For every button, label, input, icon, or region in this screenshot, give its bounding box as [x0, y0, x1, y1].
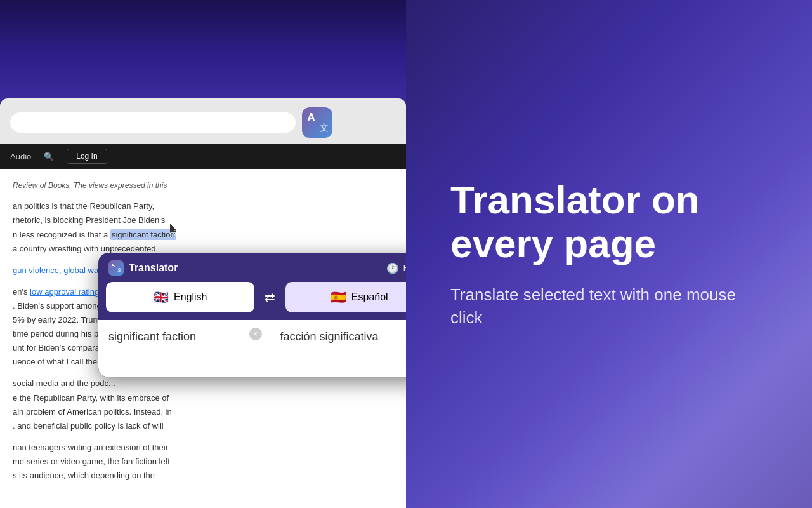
source-text-input[interactable]: significant faction	[108, 330, 259, 344]
history-label: History	[403, 263, 406, 273]
target-language-label: Español	[351, 291, 388, 303]
article-p4: social media and the podc...e the Republ…	[13, 377, 393, 432]
browser-chrome	[0, 98, 406, 147]
headline-line2: every page	[450, 222, 656, 265]
nav-search-icon[interactable]: 🔍	[44, 152, 54, 161]
subheadline: Translate selected text with one mouse c…	[450, 283, 768, 330]
article-p1: an politics is that the Republican Party…	[13, 199, 393, 255]
source-text-area: significant faction ×	[98, 320, 270, 377]
article-p5: nan teenagers writing an extension of th…	[13, 441, 393, 483]
source-language-button[interactable]: 🇬🇧 English	[106, 282, 254, 312]
source-language-label: English	[174, 291, 207, 303]
history-icon: 🕐	[386, 262, 399, 274]
popup-header: A 文 Translator 🕐 History	[98, 253, 406, 282]
translation-area: significant faction × facción significat…	[98, 320, 406, 377]
nav-login-button[interactable]: Log In	[67, 149, 107, 164]
translated-text: facción significativa	[280, 330, 407, 344]
headline-line1: Translator on	[450, 178, 700, 222]
mouse-cursor	[170, 224, 178, 235]
left-panel: Audio 🔍 Log In Review of Books. The view…	[0, 0, 406, 508]
target-flag: 🇪🇸	[331, 290, 346, 305]
popup-title-label: Translator	[129, 262, 178, 274]
swap-languages-button[interactable]: ⇄	[261, 287, 279, 307]
translator-popup: A 文 Translator 🕐 History 🇬🇧 English ⇄ 🇪🇸	[98, 253, 406, 377]
target-text-area: facción significativa 📋	[270, 320, 407, 377]
link-approval[interactable]: low approval ratings,	[30, 287, 105, 297]
address-bar[interactable]	[10, 112, 296, 133]
article-italic: Review of Books. The views expressed in …	[13, 179, 393, 192]
highlighted-phrase: significant faction	[110, 229, 176, 240]
clear-button[interactable]: ×	[249, 328, 262, 340]
translator-app-icon[interactable]	[302, 107, 332, 138]
source-flag: 🇬🇧	[153, 290, 169, 305]
bg-gradient	[0, 0, 406, 114]
popup-app-icon: A 文	[108, 260, 124, 276]
history-button[interactable]: 🕐 History	[386, 262, 406, 274]
nav-bar: Audio 🔍 Log In	[0, 144, 406, 169]
link-gun-violence[interactable]: gun violence, global warm	[13, 265, 108, 275]
popup-title: A 文 Translator	[108, 260, 178, 276]
right-panel: Translator on every page Translate selec…	[406, 0, 812, 508]
language-selector-row: 🇬🇧 English ⇄ 🇪🇸 Español	[98, 282, 406, 320]
nav-audio[interactable]: Audio	[10, 152, 31, 161]
swap-icon: ⇄	[265, 290, 275, 304]
target-language-button[interactable]: 🇪🇸 Español	[285, 282, 407, 312]
headline: Translator on every page	[450, 178, 768, 265]
